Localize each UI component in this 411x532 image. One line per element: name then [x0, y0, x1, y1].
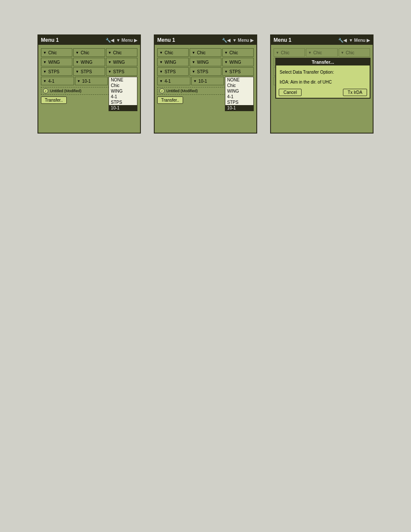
- p2-r4-c1[interactable]: ▼4-1: [157, 77, 190, 85]
- panel1-content: ▼Chic ▼Chic ▼Chic ▼WING ▼WING ▼WING ▼STP…: [38, 45, 140, 106]
- panel2-row4: ▼4-1 ▼10-1 NONE Chic WING 4-1 STPS 10-1: [157, 77, 254, 85]
- p1-r3-c2[interactable]: ▼STPS: [73, 67, 105, 76]
- panel3-screen: Menu 1 🔧◀ ▼ Menu ▶ ▼Chic ▼Chic ▼Chic ▼WI…: [270, 34, 374, 134]
- panel1-icons: 🔧◀ ▼ Menu ▶: [106, 38, 137, 43]
- panel1-row2: ▼WING ▼WING ▼WING: [41, 58, 137, 66]
- p2-drop-chic[interactable]: Chic: [225, 83, 253, 88]
- p2-drop-10-1[interactable]: 10-1: [225, 105, 253, 111]
- dialog-sub: IrDA: Aim in the dir. of UHC: [279, 79, 367, 85]
- panel2-row1: ▼Chic ▼Chic ▼Chic: [157, 48, 254, 57]
- panel1-wrapper: Menu 1 🔧◀ ▼ Menu ▶ ▼Chic ▼Chic ▼Chic ▼WI…: [37, 34, 141, 134]
- p1-drop-10-1[interactable]: 10-1: [109, 105, 137, 111]
- p1-drop-chic[interactable]: Chic: [109, 83, 137, 88]
- p3-r1-c2: ▼Chic: [306, 48, 337, 57]
- p2-r2-c1[interactable]: ▼WING: [157, 58, 189, 66]
- p2-info-icon: i: [159, 88, 165, 93]
- panel2-icons: 🔧◀ ▼ Menu ▶: [222, 38, 254, 43]
- tools-icon: 🔧◀: [106, 38, 114, 43]
- p2-r2-c2[interactable]: ▼WING: [190, 58, 221, 66]
- panel3-content: ▼Chic ▼Chic ▼Chic ▼WING ▼WING ▼WING ▼STP…: [271, 45, 373, 89]
- p2-menu-dropdown-icon[interactable]: ▼ Menu ▶: [232, 38, 254, 43]
- menu-dropdown-icon[interactable]: ▼ Menu ▶: [116, 38, 137, 43]
- p1-r3-c1[interactable]: ▼STPS: [41, 67, 72, 76]
- p3-r1-c1: ▼Chic: [274, 48, 305, 57]
- p1-drop-wing[interactable]: WING: [109, 88, 137, 94]
- panel3-row1: ▼Chic ▼Chic ▼Chic: [274, 48, 370, 57]
- panel1-row3: ▼STPS ▼STPS ▼STPS: [41, 67, 137, 76]
- p2-drop-stps[interactable]: STPS: [225, 100, 253, 105]
- info-icon: i: [43, 88, 48, 93]
- p2-r1-c1[interactable]: ▼Chic: [157, 48, 189, 57]
- p1-r4-c1[interactable]: ▼4-1: [41, 77, 74, 85]
- p1-r2-c2[interactable]: ▼WING: [73, 58, 105, 66]
- panel1-screen: Menu 1 🔧◀ ▼ Menu ▶ ▼Chic ▼Chic ▼Chic ▼WI…: [37, 34, 141, 134]
- p1-r1-c1[interactable]: ▼Chic: [41, 48, 72, 57]
- p1-dropdown-open[interactable]: NONE Chic WING 4-1 STPS 10-1: [109, 77, 137, 111]
- p2-drop-wing[interactable]: WING: [225, 88, 253, 94]
- p1-drop-none[interactable]: NONE: [109, 77, 137, 83]
- p2-r1-c3[interactable]: ▼Chic: [222, 48, 254, 57]
- p2-r3-c1[interactable]: ▼STPS: [157, 67, 189, 76]
- p2-r3-c2[interactable]: ▼STPS: [190, 67, 221, 76]
- transfer-dialog: Transfer... Select Data Transfer Option:…: [275, 58, 371, 99]
- panel2-transfer-btn[interactable]: Transfer..: [157, 96, 183, 104]
- panel3-icons: 🔧◀ ▼ Menu ▶: [338, 38, 370, 43]
- dialog-confirm-btn[interactable]: Tx IrDA: [343, 89, 367, 96]
- p2-r3-c3[interactable]: ▼STPS: [222, 67, 254, 76]
- dialog-title: Transfer...: [276, 59, 370, 65]
- panel2-status-label: Untitled (Modified): [166, 89, 198, 93]
- panel3-titlebar: Menu 1 🔧◀ ▼ Menu ▶: [271, 35, 373, 45]
- p2-r1-c2[interactable]: ▼Chic: [190, 48, 221, 57]
- dialog-buttons: Cancel Tx IrDA: [279, 89, 367, 96]
- dialog-cancel-btn[interactable]: Cancel: [279, 89, 302, 96]
- p1-r1-c2[interactable]: ▼Chic: [73, 48, 105, 57]
- panel2-screen: Menu 1 🔧◀ ▼ Menu ▶ ▼Chic ▼Chic ▼Chic ▼WI…: [154, 34, 257, 134]
- panel3-title: Menu 1: [274, 37, 291, 43]
- panel1-transfer-btn[interactable]: Transfer..: [41, 96, 67, 104]
- panel2-row3: ▼STPS ▼STPS ▼STPS: [157, 67, 254, 76]
- p1-r3-c3[interactable]: ▼STPS: [106, 67, 137, 76]
- p3-menu-dropdown-icon[interactable]: ▼ Menu ▶: [349, 38, 370, 43]
- panel2-content: ▼Chic ▼Chic ▼Chic ▼WING ▼WING ▼WING ▼STP…: [155, 45, 256, 106]
- dialog-label: Select Data Transfer Option:: [280, 70, 334, 75]
- panel2-wrapper: Menu 1 🔧◀ ▼ Menu ▶ ▼Chic ▼Chic ▼Chic ▼WI…: [154, 34, 257, 134]
- panel1-row4: ▼4-1 ▼10-1 NONE Chic WING 4-1 STPS 10-1: [41, 77, 137, 85]
- p1-r2-c1[interactable]: ▼WING: [41, 58, 72, 66]
- dialog-body: Select Data Transfer Option:: [279, 68, 367, 76]
- panel1-titlebar: Menu 1 🔧◀ ▼ Menu ▶: [38, 35, 140, 45]
- panel1-title: Menu 1: [41, 37, 59, 43]
- p2-dropdown-open[interactable]: NONE Chic WING 4-1 STPS 10-1: [225, 77, 254, 111]
- panel3-wrapper: Menu 1 🔧◀ ▼ Menu ▶ ▼Chic ▼Chic ▼Chic ▼WI…: [270, 34, 374, 134]
- p1-drop-4-1[interactable]: 4-1: [109, 94, 137, 100]
- p2-r4-c2[interactable]: ▼10-1: [191, 77, 224, 85]
- panel2-row2: ▼WING ▼WING ▼WING: [157, 58, 254, 66]
- panel2-title: Menu 1: [157, 37, 175, 43]
- panel1-row1: ▼Chic ▼Chic ▼Chic: [41, 48, 137, 57]
- p1-r2-c3[interactable]: ▼WING: [106, 58, 137, 66]
- p2-tools-icon: 🔧◀: [222, 38, 230, 43]
- p2-drop-4-1[interactable]: 4-1: [225, 94, 253, 100]
- p3-tools-icon: 🔧◀: [338, 38, 347, 43]
- p2-drop-none[interactable]: NONE: [225, 77, 253, 83]
- panel1-status-label: Untitled (Modified): [50, 89, 81, 93]
- p1-r4-c2[interactable]: ▼10-1: [75, 77, 108, 85]
- p1-drop-stps[interactable]: STPS: [109, 100, 137, 105]
- p2-r2-c3[interactable]: ▼WING: [222, 58, 254, 66]
- p3-r1-c3: ▼Chic: [339, 48, 370, 57]
- panel2-titlebar: Menu 1 🔧◀ ▼ Menu ▶: [155, 35, 256, 45]
- p1-r1-c3[interactable]: ▼Chic: [106, 48, 137, 57]
